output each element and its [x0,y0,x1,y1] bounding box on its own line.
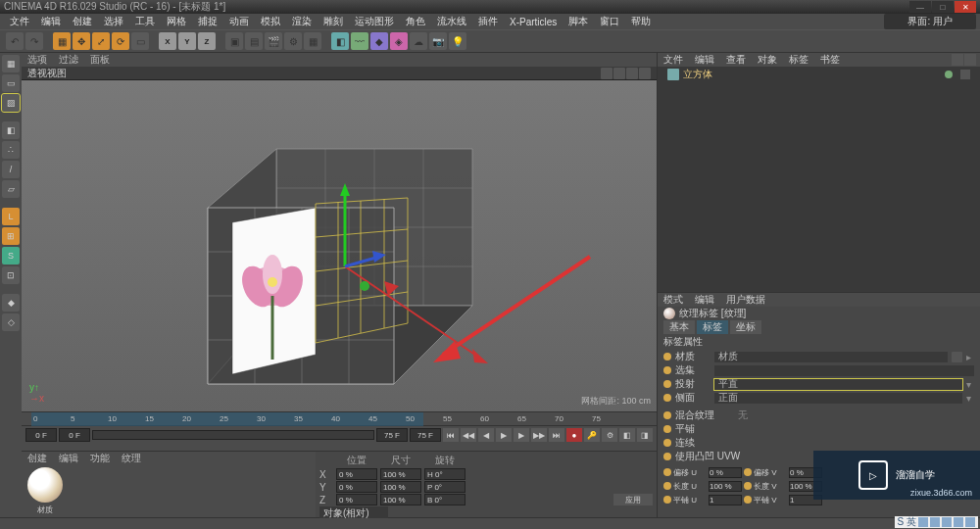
tl-scrub[interactable] [92,430,374,440]
menu-xparticles[interactable]: X-Particles [504,17,563,27]
rot-p[interactable] [424,481,466,493]
vp-panel[interactable]: 面板 [84,53,116,67]
step-back[interactable]: ◀◀ [461,428,476,442]
om-file[interactable]: 文件 [658,53,689,67]
redo-button[interactable]: ↷ [25,32,43,50]
size-z[interactable] [380,494,421,505]
menu-plugin[interactable]: 插件 [472,15,504,28]
offset-u[interactable] [709,467,742,478]
deformer-button[interactable]: ◈ [390,32,408,50]
render-queue-button[interactable]: ▦ [304,32,321,50]
undo-button[interactable]: ↶ [6,32,24,50]
size-x[interactable] [380,468,421,480]
key-opts3[interactable]: ◨ [637,428,653,442]
om-object[interactable]: 对象 [752,53,783,67]
goto-end[interactable]: ⏭ [549,428,564,442]
menu-motion[interactable]: 运动图形 [349,15,400,28]
camera-button[interactable]: 📷 [429,32,447,50]
z-axis-lock[interactable]: Z [198,32,216,50]
rot-b[interactable] [424,494,466,505]
next-frame[interactable]: ▶ [514,428,529,442]
point-mode[interactable]: ∴ [2,141,20,159]
menu-sim[interactable]: 模拟 [255,15,286,28]
menu-snap[interactable]: 捕捉 [192,15,223,28]
render-view-button[interactable]: ▣ [225,32,243,50]
menu-render[interactable]: 渲染 [286,15,318,28]
projection-dropdown[interactable]: 平直 [714,379,962,390]
tweak-mode[interactable]: ⊞ [2,227,20,245]
param-dot[interactable] [663,353,671,361]
om-bookmark[interactable]: 书签 [814,53,846,67]
tl-end2[interactable] [410,428,441,442]
object-row-cube[interactable]: 立方体 [658,67,980,82]
edge-mode[interactable]: / [2,161,20,178]
generator-button[interactable]: ◆ [370,32,388,50]
object-manager[interactable]: 立方体 [658,67,980,292]
move-tool[interactable]: ✥ [73,32,90,50]
menu-tools[interactable]: 工具 [129,15,161,28]
make-editable[interactable]: ▦ [2,55,20,72]
texture-mode[interactable]: ▨ [2,94,20,112]
menu-select[interactable]: 选择 [98,15,129,28]
rotate-tool[interactable]: ⟳ [112,32,129,50]
last-tool[interactable]: ▭ [131,32,149,50]
key-opts[interactable]: ⚙ [602,428,617,442]
render-settings-button[interactable]: ⚙ [284,32,302,50]
param-dot[interactable] [663,394,671,402]
om-view[interactable]: 查看 [720,53,752,67]
tile-u[interactable] [709,495,742,505]
mat-func[interactable]: 功能 [84,452,116,465]
prev-frame[interactable]: ◀ [478,428,494,442]
model-mode[interactable]: ▭ [2,74,20,92]
material-field[interactable]: 材质 [714,352,948,362]
render-pv-button[interactable]: 🎬 [265,32,282,50]
am-mode[interactable]: 模式 [658,293,689,307]
menu-char[interactable]: 角色 [400,15,431,28]
menu-mesh[interactable]: 网格 [161,15,192,28]
param-dot[interactable] [663,380,671,388]
material-thumbnail[interactable] [27,467,63,503]
side-dropdown[interactable]: 正面 [714,393,962,404]
menu-pipe[interactable]: 流水线 [431,15,472,28]
rot-h[interactable] [424,468,466,480]
tl-start[interactable] [25,428,57,442]
material-picker-icon[interactable] [952,352,962,362]
layout-selector[interactable]: 界面: 用户 [884,14,976,29]
vp-options[interactable]: 选项 [22,53,53,67]
object-mode[interactable]: ◧ [2,121,20,139]
render-region-button[interactable]: ▤ [245,32,263,50]
texture-tag-icon[interactable] [960,70,970,79]
om-search-icon[interactable] [952,54,963,66]
play-back[interactable]: ▶ [496,428,512,442]
subtab-basic[interactable]: 基本 [663,320,695,334]
maximize-button[interactable]: □ [932,1,954,13]
subtab-coord[interactable]: 坐标 [730,320,761,334]
selection-field[interactable] [714,365,974,376]
material-name[interactable]: 材质 [22,505,69,515]
param-dot[interactable] [663,425,671,433]
record-button[interactable]: ● [566,428,582,442]
am-userdata[interactable]: 用户数据 [720,293,771,307]
param-dot[interactable] [663,453,671,460]
step-fwd[interactable]: ▶▶ [531,428,547,442]
minimize-button[interactable]: — [909,1,931,13]
timeline-ruler[interactable]: 0 5 10 15 20 25 30 35 40 45 50 55 60 65 … [22,412,657,426]
length-u[interactable] [709,481,742,492]
scale-tool[interactable]: ⤢ [92,32,110,50]
apply-button[interactable]: 应用 [613,494,653,505]
om-tag[interactable]: 标签 [783,53,814,67]
autokey-button[interactable]: 🔑 [584,428,600,442]
vp-icon-3[interactable] [626,68,638,79]
axis-mode[interactable]: L [2,208,20,225]
vp-icon-2[interactable] [613,68,625,79]
om-edit[interactable]: 编辑 [689,53,720,67]
perspective-viewport[interactable]: y↑→x 网格间距: 100 cm [22,80,657,411]
menu-anim[interactable]: 动画 [223,15,255,28]
visibility-dot[interactable] [945,71,953,78]
mat-edit[interactable]: 编辑 [53,452,84,465]
key-opts2[interactable]: ◧ [619,428,635,442]
mat-tex[interactable]: 纹理 [116,452,147,465]
workplane[interactable]: ⊡ [2,266,20,284]
param-dot[interactable] [663,366,671,374]
menu-edit[interactable]: 编辑 [35,15,67,28]
